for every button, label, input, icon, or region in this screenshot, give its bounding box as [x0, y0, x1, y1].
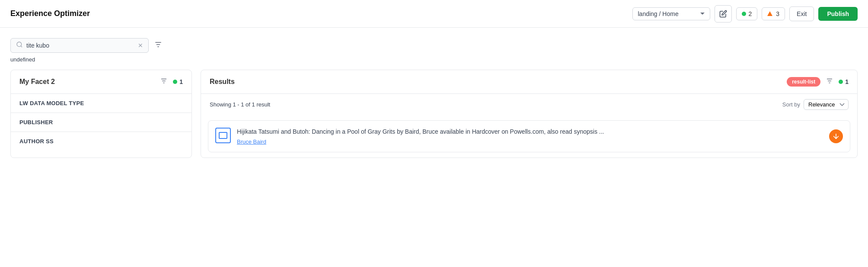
results-count: 1: [845, 78, 849, 85]
header: Experience Optimizer landing / Home 2 3 …: [0, 0, 868, 28]
facet-count-badge: 1: [173, 78, 183, 85]
showing-text: Showing 1 - 1 of 1 result: [210, 101, 270, 108]
warning-triangle-icon: [767, 11, 772, 16]
exit-button[interactable]: Exit: [789, 6, 814, 21]
main-content: ✕ undefined My Facet 2: [0, 28, 868, 158]
result-list-badge: result-list: [787, 77, 820, 87]
sort-label: Sort by: [782, 101, 800, 108]
result-author-link[interactable]: Bruce Baird: [237, 138, 266, 145]
header-controls: landing / Home 2 3 Exit Publish: [632, 5, 858, 23]
facet-item[interactable]: PUBLISHER: [11, 113, 191, 132]
results-title: Results: [210, 78, 787, 86]
svg-line-1: [21, 46, 22, 47]
filter-icon[interactable]: [154, 40, 163, 51]
search-box: ✕: [10, 38, 149, 53]
orange-count: 3: [776, 10, 779, 17]
search-input[interactable]: [26, 42, 134, 49]
results-dot-icon: [839, 80, 843, 84]
results-panel: Results result-list 1 Showing 1 - 1 of 1…: [201, 70, 858, 158]
edit-button[interactable]: [715, 5, 732, 23]
result-item: Hijikata Tatsumi and Butoh: Dancing in a…: [208, 120, 850, 152]
clear-icon[interactable]: ✕: [138, 42, 143, 49]
columns: My Facet 2 1 LW DATA MODEL TYPE PUBLISHE…: [10, 70, 858, 158]
breadcrumb-dropdown[interactable]: landing / Home: [632, 7, 710, 20]
results-count-badge: 1: [839, 78, 849, 85]
facet-title: My Facet 2: [19, 78, 160, 86]
facet-item[interactable]: LW DATA MODEL TYPE: [11, 94, 191, 113]
sort-select[interactable]: Relevance: [804, 99, 849, 110]
results-header: Results result-list 1: [201, 70, 857, 94]
result-content: Hijikata Tatsumi and Butoh: Dancing in a…: [237, 128, 843, 145]
results-subheader: Showing 1 - 1 of 1 result Sort by Releva…: [201, 94, 857, 115]
svg-point-0: [17, 42, 22, 47]
facet-count: 1: [179, 78, 183, 85]
facet-panel: My Facet 2 1 LW DATA MODEL TYPE PUBLISHE…: [10, 70, 192, 158]
facet-header: My Facet 2 1: [11, 70, 191, 94]
undefined-label: undefined: [10, 56, 858, 63]
facet-items: LW DATA MODEL TYPE PUBLISHER AUTHOR SS: [11, 94, 191, 151]
publish-button[interactable]: Publish: [818, 7, 858, 21]
facet-dot-icon: [173, 80, 177, 84]
result-thumbnail: [215, 128, 231, 143]
green-count: 2: [749, 10, 752, 17]
results-filter-icon[interactable]: [826, 77, 833, 87]
book-icon: [219, 132, 227, 139]
orange-status-badge[interactable]: 3: [762, 7, 785, 20]
result-action-button[interactable]: [829, 129, 843, 143]
breadcrumb-text: landing / Home: [638, 10, 679, 17]
search-row: ✕: [10, 38, 858, 53]
search-icon: [16, 41, 23, 50]
green-dot-icon: [742, 12, 746, 16]
facet-item[interactable]: AUTHOR SS: [11, 132, 191, 151]
app-title: Experience Optimizer: [10, 9, 90, 18]
result-title: Hijikata Tatsumi and Butoh: Dancing in a…: [237, 128, 843, 136]
green-status-badge[interactable]: 2: [736, 7, 758, 20]
chevron-down-icon: [700, 13, 705, 15]
facet-filter-icon[interactable]: [160, 77, 168, 87]
pencil-icon: [719, 10, 727, 18]
sort-row: Sort by Relevance: [782, 99, 849, 110]
